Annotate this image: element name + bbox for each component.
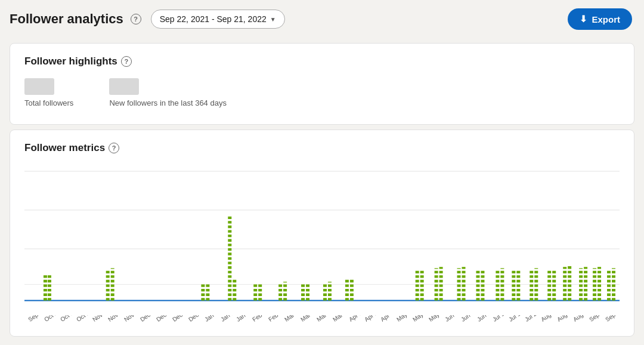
- new-followers-value-placeholder: [109, 78, 139, 95]
- metrics-help-icon[interactable]: ?: [109, 143, 119, 153]
- highlights-help-icon[interactable]: ?: [121, 56, 132, 67]
- highlights-card-title: Follower highlights ?: [24, 56, 620, 67]
- chart-svg: [24, 165, 620, 320]
- total-followers-item: Total followers: [24, 78, 73, 107]
- new-followers-label: New followers in the last 364 days: [109, 98, 227, 107]
- page-title: Follower analytics: [10, 11, 123, 27]
- chevron-down-icon: ▼: [270, 16, 276, 23]
- download-icon: ⬇: [580, 14, 587, 24]
- total-followers-label: Total followers: [24, 98, 73, 107]
- new-followers-item: New followers in the last 364 days: [109, 78, 227, 107]
- date-range-label: Sep 22, 2021 - Sep 21, 2022: [160, 14, 267, 24]
- date-range-button[interactable]: Sep 22, 2021 - Sep 21, 2022 ▼: [151, 10, 285, 29]
- export-label: Export: [592, 14, 620, 24]
- metrics-card-title: Follower metrics ?: [24, 142, 620, 154]
- export-button[interactable]: ⬇ Export: [568, 8, 632, 30]
- follower-highlights-card: Follower highlights ? Total followers Ne…: [10, 43, 634, 125]
- follower-chart: [24, 165, 620, 320]
- highlights-row: Total followers New followers in the las…: [24, 78, 620, 112]
- total-followers-value-placeholder: [24, 78, 54, 95]
- title-help-icon[interactable]: ?: [131, 14, 141, 24]
- follower-metrics-card: Follower metrics ?: [10, 130, 634, 337]
- page-header: Follower analytics ? Sep 22, 2021 - Sep …: [0, 0, 644, 38]
